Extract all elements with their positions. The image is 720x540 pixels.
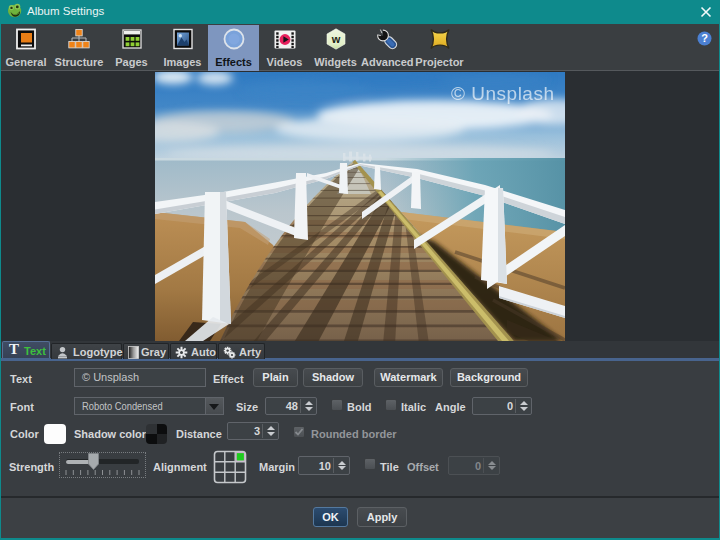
svg-text:w: w xyxy=(330,33,340,45)
svg-text:© Unsplash: © Unsplash xyxy=(451,83,555,104)
svg-text:?: ? xyxy=(701,32,708,44)
